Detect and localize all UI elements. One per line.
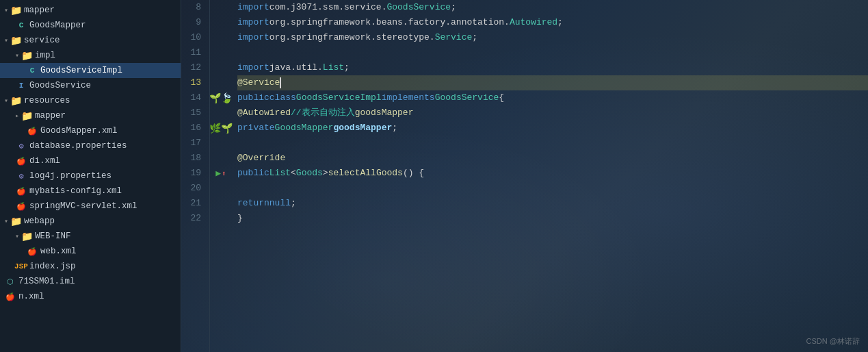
tree-item-xml-file2[interactable]: 🍎n.xml: [0, 289, 181, 304]
tree-item-mapper-res-folder[interactable]: ▸📁mapper: [0, 108, 181, 123]
bookmark-icon: ⬆: [222, 169, 226, 178]
line-num-10: 10: [181, 30, 205, 45]
token: org.springframework.stereotype.: [269, 30, 435, 45]
code-line-21: return null;: [237, 196, 868, 211]
line-num-17: 17: [181, 136, 205, 151]
gutter-line-12: [210, 60, 232, 75]
tree-label-webinf-folder: WEB-INF: [35, 231, 71, 241]
token: ;: [557, 15, 563, 30]
tree-label-index-jsp: index.jsp: [29, 262, 76, 271]
token: GoodsMapper: [275, 121, 334, 136]
tree-item-database-props[interactable]: ⚙database.properties: [0, 138, 181, 153]
C-icon: C: [15, 19, 27, 32]
gutter-line-8: [210, 0, 232, 15]
iml-icon: ⬡: [4, 275, 16, 288]
tree-item-resources-folder[interactable]: ▾📁resources: [0, 93, 181, 108]
tree-label-GoodsServiceImpl-file: GoodsServiceImpl: [40, 66, 122, 75]
tree-item-GoodsMapper-file[interactable]: CGoodsMapper: [0, 18, 181, 33]
gutter-line-20: [210, 181, 232, 196]
tree-item-mybatis-config[interactable]: 🍎mybatis-config.xml: [0, 184, 181, 199]
token: () {: [403, 166, 424, 181]
line-num-18: 18: [181, 151, 205, 166]
tree-item-GoodsMapper-xml[interactable]: 🍎GoodsMapper.xml: [0, 123, 181, 138]
tree-item-webinf-folder[interactable]: ▾📁WEB-INF: [0, 229, 181, 244]
token: List: [323, 60, 344, 75]
code-line-15: @Autowired //表示自动注入goodsMapper: [237, 105, 868, 121]
token: @Service: [237, 75, 280, 90]
tree-label-database-props: database.properties: [29, 141, 127, 151]
token: GoodsServiceImpl: [296, 90, 382, 105]
token: //表示自动注入: [291, 105, 355, 121]
xml-icon: 🍎: [15, 185, 27, 197]
token: import: [237, 60, 269, 75]
tree-label-di-xml: di.xml: [29, 156, 60, 166]
token: GoodsService: [386, 0, 451, 15]
gutter-line-17: [210, 136, 232, 151]
token: implements: [382, 90, 435, 105]
code-line-8: import com.j3071.ssm.service.GoodsServic…: [237, 0, 868, 15]
gutter-line-11: [210, 45, 232, 60]
gutter-line-9: [210, 15, 232, 30]
gutter-line-21: [210, 196, 232, 211]
line-num-15: 15: [181, 105, 205, 121]
I-icon: I: [15, 79, 27, 92]
token: com.j3071.ssm.service.: [269, 0, 387, 15]
watermark: CSDN @林诺辞: [806, 336, 860, 347]
folder-icon: 📁: [10, 34, 22, 47]
code-editor: 8910111213141516171819202122 🌱🍃🌿🌱▶⬆ impo…: [181, 0, 868, 352]
gutter-line-13: [210, 75, 232, 90]
tree-item-webapp-folder[interactable]: ▾📁webapp: [0, 214, 181, 229]
tree-label-mybatis-config: mybatis-config.xml: [29, 186, 122, 196]
expanded-arrow: ▾: [4, 217, 8, 225]
gutter-line-22: [210, 211, 232, 226]
code-line-12: import java.util.List;: [237, 60, 868, 75]
tree-item-index-jsp[interactable]: JSPindex.jsp: [0, 259, 181, 274]
tree-item-GoodsServiceImpl-file[interactable]: CGoodsServiceImpl: [0, 63, 181, 78]
tree-item-impl-folder[interactable]: ▾📁impl: [0, 48, 181, 63]
tree-item-iml-file[interactable]: ⬡71SSM01.iml: [0, 274, 181, 289]
code-line-16: private GoodsMapper goodsMapper;: [237, 121, 868, 136]
tree-label-impl-folder: impl: [35, 51, 55, 60]
expanded-arrow: ▾: [4, 97, 8, 105]
token: null: [269, 196, 291, 211]
tree-item-springMVC-servlet[interactable]: 🍎springMVC-servlet.xml: [0, 199, 181, 214]
token: selectAllGoods: [328, 166, 403, 181]
tree-label-GoodsMapper-xml: GoodsMapper.xml: [40, 126, 118, 136]
tree-item-service-folder[interactable]: ▾📁service: [0, 33, 181, 48]
tree-item-log4j-props[interactable]: ⚙log4j.properties: [0, 168, 181, 184]
gutter-area: 🌱🍃🌿🌱▶⬆: [210, 0, 232, 352]
token: public: [237, 166, 269, 181]
token: @Autowired: [237, 105, 291, 121]
token: ;: [472, 30, 477, 45]
folder-icon: 📁: [21, 110, 33, 122]
file-tree: ▾📁mapperCGoodsMapper▾📁service▾📁implCGood…: [0, 0, 181, 352]
xml-icon: 🍎: [15, 155, 27, 167]
collapsed-arrow: ▸: [15, 112, 19, 120]
tree-item-di-xml[interactable]: 🍎di.xml: [0, 153, 181, 168]
tree-item-mapper-folder[interactable]: ▾📁mapper: [0, 3, 181, 18]
gutter-line-14: 🌱🍃: [210, 90, 232, 105]
run-icon[interactable]: ▶: [215, 168, 221, 179]
folder-icon: 📁: [10, 95, 22, 107]
code-line-17: [237, 136, 868, 151]
line-num-11: 11: [181, 45, 205, 60]
code-line-18: @Override: [237, 151, 868, 166]
tree-label-resources-folder: resources: [24, 96, 70, 105]
line-num-22: 22: [181, 211, 205, 226]
token: {: [499, 90, 504, 105]
jsp-icon: JSP: [15, 260, 27, 273]
code-line-13: @Service: [237, 75, 868, 90]
folder-icon: 📁: [10, 215, 22, 227]
tree-item-GoodsService-file[interactable]: IGoodsService: [0, 78, 181, 93]
token: Service: [435, 30, 473, 45]
expanded-arrow: ▾: [15, 51, 19, 60]
code-line-22: }: [237, 211, 868, 226]
token: List: [269, 166, 291, 181]
token: ;: [344, 60, 350, 75]
token: @Override: [237, 151, 285, 166]
code-content: import com.j3071.ssm.service.GoodsServic…: [232, 0, 868, 352]
token: import: [237, 15, 269, 30]
token: Goods: [296, 166, 323, 181]
tree-item-web-xml[interactable]: 🍎web.xml: [0, 244, 181, 259]
line-num-12: 12: [181, 60, 205, 75]
